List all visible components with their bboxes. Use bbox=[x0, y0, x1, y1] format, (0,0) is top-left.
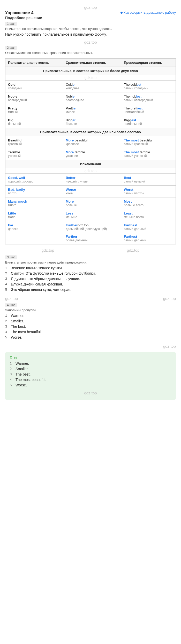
watermark-answer: gdz.top bbox=[84, 391, 97, 395]
pos-beautiful: Beautiful красивый bbox=[5, 136, 63, 148]
sup-far: Furthest самый дальний Farthest самый да… bbox=[121, 221, 176, 244]
step-1-label: 1 шаг bbox=[5, 22, 17, 26]
homework-link[interactable]: Как оформить домашнюю работу bbox=[120, 11, 176, 14]
step-4: 4 шаг Заполним пропуски. 1 Warmer. 2 Sma… bbox=[5, 303, 176, 339]
section2-title: Прилагательные, в составе которых два ил… bbox=[5, 128, 176, 136]
sup-little: Least меньше всего bbox=[121, 209, 176, 221]
sup-pretty: The prettiest наималейший bbox=[121, 104, 176, 116]
comp-many: More больше bbox=[63, 197, 121, 209]
step-2: 2 шаг Ознакомимся со степенями сравнения… bbox=[5, 45, 176, 55]
answer-item: 2 Smaller. bbox=[10, 367, 171, 371]
pos-noble: Noble благородный bbox=[5, 92, 63, 104]
watermark-row-1: gdz.top bbox=[5, 75, 176, 81]
comp-pretty: Prettier милее bbox=[63, 104, 121, 116]
watermark-3: gdz.top bbox=[5, 75, 176, 81]
section1-header-row: Прилагательные, в составе которых не бол… bbox=[5, 67, 176, 75]
step-3-label: 3 шаг bbox=[5, 255, 17, 259]
comp-far: Furthergdz.top дальнейший (последующий) … bbox=[63, 221, 121, 244]
pos-cold: Cold холодный bbox=[5, 81, 63, 92]
subtitle: Подробное решение bbox=[5, 16, 42, 20]
pos-pretty: Pretty милый bbox=[5, 104, 63, 116]
sup-cold: The coldest самый холодный bbox=[121, 81, 176, 92]
list-item: 4 Блузка Джейн самая красивая. bbox=[5, 282, 176, 286]
watermark-row-2: gdz.top bbox=[5, 168, 176, 174]
watermark-7: gdz.top bbox=[5, 296, 90, 301]
step-1-desc: Внимательно прочитаем задание, чтобы пон… bbox=[5, 27, 176, 31]
step-2-desc: Ознакомимся со степенями сравнения прила… bbox=[5, 51, 176, 55]
comp-terrible: More terrible ужаснее bbox=[63, 148, 121, 160]
sup-good: Best самый лучший bbox=[121, 174, 176, 186]
list-item: 1 Зелёное пальто теплее куртки. bbox=[5, 266, 176, 270]
sup-big: Biggest наибольшей bbox=[121, 116, 176, 128]
col-header-1: Положительная степень bbox=[5, 59, 63, 67]
step-3-desc: Внимательно прочитаем и переведём предло… bbox=[5, 260, 176, 264]
table-row-many: Many, much много More больше Most больше… bbox=[5, 197, 176, 209]
watermark-9: gdz.top bbox=[5, 344, 176, 348]
answer-item: 5 Worse. bbox=[10, 383, 171, 387]
step-1-text: Нам нужно поставить прилагательное в пра… bbox=[5, 32, 176, 36]
list-item: 1 Warmer. bbox=[5, 314, 176, 318]
step-4-fill: 1 Warmer. 2 Smaller. 3 The best. 4 The m… bbox=[5, 314, 176, 339]
watermark-6: gdz.top bbox=[90, 248, 176, 252]
list-item: 4 The most beautiful. bbox=[5, 330, 176, 334]
sup-many: Most больше всего bbox=[121, 197, 176, 209]
pos-little: Little мало bbox=[5, 209, 63, 221]
pos-bad: Bad, badly плохо bbox=[5, 186, 63, 197]
answer-item: 1 Warmer. bbox=[10, 361, 171, 365]
answer-box: Ответ 1 Warmer. 2 Smaller. 3 The best. 4… bbox=[5, 352, 176, 400]
answer-item: 3 The best. bbox=[10, 372, 171, 376]
col-header-3: Превосходная степень bbox=[121, 59, 176, 67]
table-row-far: Far далеко Furthergdz.top дальнейший (по… bbox=[5, 221, 176, 244]
list-item: 3 The best. bbox=[5, 324, 176, 329]
col-header-2: Сравнительная степень bbox=[63, 59, 121, 67]
list-item: 3 Я думаю, что чёрные джинсы — лучшие. bbox=[5, 277, 176, 281]
step-1: 1 шаг Внимательно прочитаем задание, что… bbox=[5, 21, 176, 36]
page: gdz.top Упражнение 4 Подробное решение К… bbox=[0, 0, 181, 404]
watermark-5: gdz.top bbox=[5, 248, 90, 252]
comparison-table: Положительная степень Сравнительная степ… bbox=[5, 58, 176, 244]
list-item: 2 Smaller. bbox=[5, 319, 176, 323]
sup-bad: Worst самый плохой bbox=[121, 186, 176, 197]
table-row-big: Big большой Bigger больше Biggest наибол… bbox=[5, 116, 176, 128]
comp-noble: Nobler благороднее bbox=[63, 92, 121, 104]
pos-many: Many, much много bbox=[5, 197, 63, 209]
comp-beautiful: More beautiful красивее bbox=[63, 136, 121, 148]
pos-big: Big большой bbox=[5, 116, 63, 128]
table-row-little: Little мало Less меньше Least меньше все… bbox=[5, 209, 176, 221]
step-2-label: 2 шаг bbox=[5, 46, 17, 50]
sup-beautiful: The most beautiful самый красивый bbox=[121, 136, 176, 148]
step-4-label: 4 шаг bbox=[5, 303, 17, 307]
comp-little: Less меньше bbox=[63, 209, 121, 221]
watermark-8: gdz.top bbox=[90, 296, 176, 301]
section1-title: Прилагательные, в составе которых не бол… bbox=[5, 67, 176, 75]
table-row-beautiful: Beautiful красивый More beautiful красив… bbox=[5, 136, 176, 148]
sup-terrible: The most terrible самый ужасный bbox=[121, 148, 176, 160]
comp-cold: Colder холоднее bbox=[63, 81, 121, 92]
watermark-4: gdz.top bbox=[5, 168, 176, 174]
comp-big: Bigger больше bbox=[63, 116, 121, 128]
title-row: Упражнение 4 Подробное решение Как оформ… bbox=[5, 11, 176, 20]
answer-label: Ответ bbox=[10, 356, 171, 359]
table-row-pretty: Pretty милый Prettier милее The pretties… bbox=[5, 104, 176, 116]
exercise-title: Упражнение 4 bbox=[5, 11, 42, 15]
list-item: 2 Смотри! Эта футболка меньше голубой фу… bbox=[5, 271, 176, 275]
watermark-top: gdz.top bbox=[5, 5, 176, 10]
step-3-sentences: 1 Зелёное пальто теплее куртки. 2 Смотри… bbox=[5, 266, 176, 292]
step-4-desc: Заполним пропуски. bbox=[5, 308, 176, 312]
table-row-terrible: Terrible ужасный More terrible ужаснее T… bbox=[5, 148, 176, 160]
list-item: 5 Worse. bbox=[5, 335, 176, 339]
list-item: 5 Это чёрная шляпа хуже, чем серая. bbox=[5, 288, 176, 292]
dot-icon bbox=[120, 12, 123, 14]
pos-terrible: Terrible ужасный bbox=[5, 148, 63, 160]
exceptions-header-row: Исключения bbox=[5, 160, 176, 168]
table-row-good: Good, well хороший, хорошо Better лучший… bbox=[5, 174, 176, 186]
pos-good: Good, well хороший, хорошо bbox=[5, 174, 63, 186]
table-row-noble: Noble благородный Nobler благороднее The… bbox=[5, 92, 176, 104]
homework-link-text[interactable]: Как оформить домашнюю работу bbox=[124, 11, 176, 14]
pos-far: Far далеко bbox=[5, 221, 63, 244]
step-3: 3 шаг Внимательно прочитаем и переведём … bbox=[5, 255, 176, 292]
table-row-cold: Cold холодный Colder холоднее The coldes… bbox=[5, 81, 176, 92]
sup-noble: The noblest самый благородный bbox=[121, 92, 176, 104]
answer-list: 1 Warmer. 2 Smaller. 3 The best. 4 The m… bbox=[10, 361, 171, 387]
section2-header-row: Прилагательные, в составе которых два ил… bbox=[5, 128, 176, 136]
